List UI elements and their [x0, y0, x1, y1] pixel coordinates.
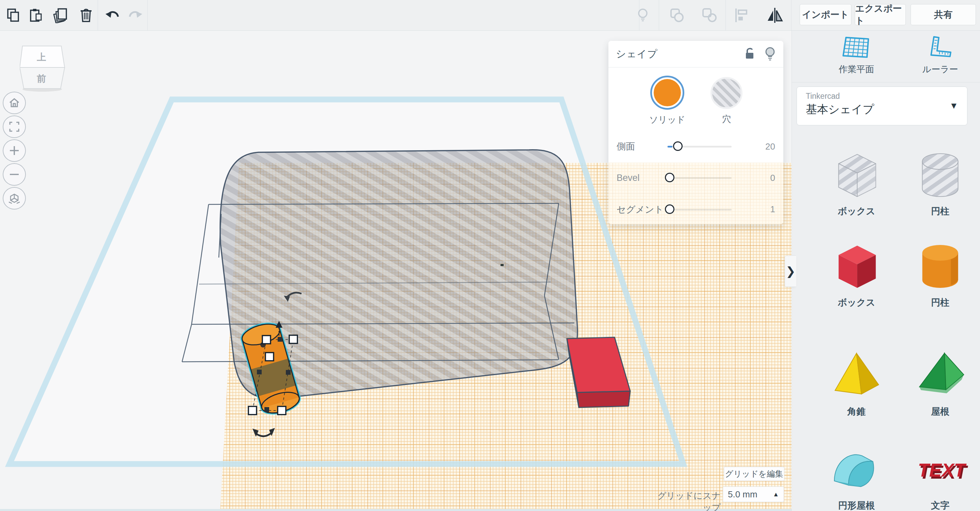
edit-grid-label: グリッドを編集: [725, 468, 783, 479]
shape-item-pyramid[interactable]: 角錐: [816, 347, 897, 418]
workplane-icon: [842, 35, 871, 60]
home-view-button[interactable]: [3, 92, 26, 114]
align-button[interactable]: [732, 6, 751, 24]
paste-icon: [28, 8, 43, 23]
shape-panel-title: シェイプ: [616, 47, 658, 61]
sides-slider-fill: [668, 146, 672, 147]
import-button[interactable]: インポート: [800, 4, 851, 25]
redo-icon: [128, 8, 143, 23]
share-button[interactable]: 共有: [911, 4, 976, 25]
top-toolbar: インポート エクスポート 共有: [0, 0, 980, 31]
red-box-icon: [828, 238, 885, 295]
shape-item-roof[interactable]: 屋根: [899, 347, 980, 418]
hole-mode-button[interactable]: 穴: [711, 76, 743, 125]
fit-view-icon: [8, 121, 21, 133]
shape-item-cylinder-hole[interactable]: 円柱: [899, 147, 980, 217]
show-all-button[interactable]: [633, 6, 652, 24]
snap-grid-select[interactable]: 5.0 mm ▲: [723, 487, 784, 502]
minus-icon: [8, 168, 21, 180]
plus-icon: [8, 144, 21, 157]
perspective-cube-icon: [8, 192, 21, 205]
paste-button[interactable]: [27, 6, 45, 24]
shape-item-label: 角錐: [847, 406, 865, 418]
mirror-button[interactable]: [765, 6, 784, 24]
bevel-slider-track[interactable]: [667, 177, 732, 179]
material-mode-row: ソリッド 穴: [608, 67, 783, 131]
redo-button[interactable]: [127, 6, 145, 24]
copy-button[interactable]: [4, 6, 22, 24]
text-shape-icon: TEXT TEXT: [912, 441, 969, 498]
tinkercad-app: インポート エクスポート 共有 上 前: [0, 0, 980, 511]
group-icon: [669, 7, 685, 24]
shape-item-round-roof[interactable]: 円形屋根: [816, 441, 897, 511]
workplane-tool-label: 作業平面: [839, 63, 874, 75]
round-roof-icon: [828, 441, 885, 498]
snap-grid-label: グリッドにスナップ: [653, 490, 721, 511]
shape-item-text[interactable]: TEXT TEXT 文字: [899, 441, 980, 511]
solid-mode-button[interactable]: ソリッド: [649, 76, 685, 126]
ruler-icon: [926, 35, 955, 60]
shape-item-label: 円柱: [931, 205, 950, 217]
roof-icon: [912, 347, 969, 404]
segments-slider-row: セグメント 1: [608, 193, 783, 224]
cylinder-hole-icon: [912, 147, 969, 204]
undo-button[interactable]: [103, 6, 121, 24]
sidebar-tools-row: 作業平面 ルーラー: [792, 31, 980, 83]
delete-button[interactable]: [77, 6, 95, 24]
bevel-slider-label: Bevel: [617, 173, 667, 183]
zoom-out-button[interactable]: [3, 163, 26, 186]
sides-slider-knob[interactable]: [673, 141, 682, 151]
shape-item-label: 円柱: [931, 296, 950, 309]
ruler-tool-button[interactable]: ルーラー: [906, 35, 974, 75]
chevron-right-icon: ❯: [786, 264, 795, 278]
group-button[interactable]: [668, 6, 686, 24]
ungroup-button[interactable]: [700, 6, 719, 24]
duplicate-button[interactable]: [51, 6, 69, 24]
mirror-icon: [766, 6, 784, 24]
bevel-slider-knob[interactable]: [665, 173, 675, 182]
segments-slider-value: 1: [756, 204, 775, 215]
orange-cylinder-icon: [912, 238, 969, 295]
shape-library-sidebar: 作業平面 ルーラー Tinkercad 基本シェイプ ▼: [791, 31, 980, 511]
segments-slider-knob[interactable]: [665, 204, 675, 214]
workplane-tool-button[interactable]: 作業平面: [822, 35, 891, 75]
ungroup-icon: [701, 7, 718, 24]
zoom-in-button[interactable]: [3, 139, 26, 162]
shape-panel-header: シェイプ: [608, 41, 783, 67]
library-title: 基本シェイプ: [806, 102, 874, 117]
lightbulb-visibility-icon[interactable]: [764, 47, 776, 62]
hole-label: 穴: [722, 113, 731, 125]
viewcube-top-label[interactable]: 上: [37, 52, 46, 62]
sidebar-collapse-tab[interactable]: ❯: [785, 256, 796, 287]
cursor-dot: [501, 264, 504, 266]
shape-item-label: 屋根: [931, 406, 950, 418]
shape-item-label: ボックス: [838, 205, 875, 217]
undo-icon: [104, 8, 120, 23]
shape-item-cylinder[interactable]: 円柱: [899, 238, 980, 309]
unlock-icon[interactable]: [744, 47, 756, 61]
export-label: エクスポート: [855, 2, 905, 27]
fit-view-button[interactable]: [3, 115, 26, 138]
view-cube[interactable]: 上 前: [20, 44, 67, 92]
sides-slider-label: 側面: [617, 141, 667, 153]
copy-icon: [6, 8, 21, 23]
shape-item-box[interactable]: ボックス: [816, 238, 897, 309]
perspective-toggle-button[interactable]: [3, 187, 26, 209]
solid-color-swatch: [650, 76, 684, 110]
pyramid-icon: [828, 347, 885, 404]
shape-item-box-hole[interactable]: ボックス: [816, 147, 897, 217]
duplicate-icon: [52, 8, 68, 23]
bevel-slider-value: 0: [756, 173, 775, 183]
shape-library-dropdown[interactable]: Tinkercad 基本シェイプ ▼: [797, 86, 967, 125]
import-label: インポート: [802, 8, 849, 21]
bevel-slider-row: Bevel 0: [608, 162, 783, 193]
trash-icon: [79, 8, 94, 23]
edit-grid-button[interactable]: グリッドを編集: [724, 467, 784, 481]
segments-slider-track[interactable]: [667, 209, 732, 211]
sides-slider-value: 20: [756, 141, 775, 152]
caret-up-icon: ▲: [773, 491, 779, 498]
box-hole-icon: [828, 147, 885, 204]
viewcube-front-label[interactable]: 前: [37, 73, 46, 84]
hole-swatch: [711, 77, 743, 109]
export-button[interactable]: エクスポート: [855, 4, 906, 25]
